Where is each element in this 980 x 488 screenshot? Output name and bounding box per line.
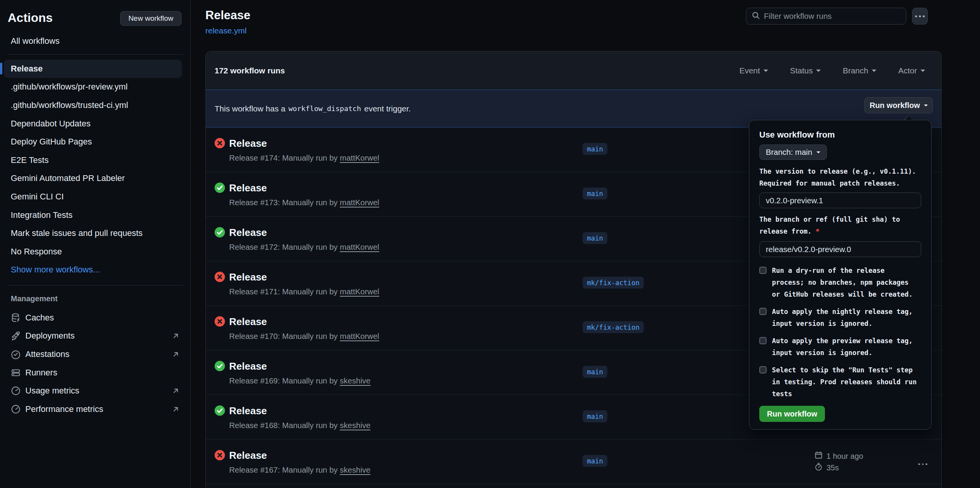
version-input[interactable] <box>759 193 921 208</box>
sidebar-workflow-item[interactable]: Integration Tests <box>0 206 191 224</box>
page-kebab-menu-button[interactable] <box>912 8 928 25</box>
sidebar-item-deployments[interactable]: Deployments <box>0 327 191 345</box>
x-circle-icon <box>215 272 225 282</box>
run-title-link[interactable]: Release <box>229 271 267 283</box>
kebab-icon <box>915 15 925 17</box>
sidebar-item-release-selected[interactable]: Release <box>0 60 191 78</box>
actor-link[interactable]: mattKorwel <box>340 242 379 251</box>
sidebar-workflow-item[interactable]: Mark stale issues and pull requests <box>0 224 191 242</box>
run-description: Release #172: Manually run by mattKorwel <box>229 242 379 252</box>
branch-badge[interactable]: main <box>583 232 607 244</box>
sidebar-title: Actions <box>8 11 53 25</box>
sidebar-item-label: Deploy GitHub Pages <box>11 137 92 147</box>
sidebar-item-label: Release <box>11 64 43 74</box>
sidebar-item-label: E2E Tests <box>11 155 49 165</box>
workflow-list: Release.github/workflows/pr-review.yml.g… <box>0 60 191 279</box>
workflow-run-row: ReleaseRelease #167: Manually run by ske… <box>206 440 941 484</box>
sidebar-divider <box>8 54 183 55</box>
actor-link[interactable]: mattKorwel <box>340 287 379 296</box>
branch-badge[interactable]: mk/fix-action <box>583 277 644 289</box>
filter-dropdown-branch[interactable]: Branch <box>843 66 876 75</box>
branch-badge[interactable]: mk/fix-action <box>583 321 644 333</box>
run-description: Release #170: Manually run by mattKorwel <box>229 332 379 341</box>
actor-link[interactable]: mattKorwel <box>340 332 379 340</box>
branch-badge[interactable]: main <box>583 188 607 199</box>
filter-dropdown-status[interactable]: Status <box>790 66 821 75</box>
checkbox[interactable] <box>759 267 767 274</box>
sidebar-workflow-item[interactable]: Gemini Automated PR Labeler <box>0 169 191 188</box>
run-kebab-menu-icon[interactable] <box>918 460 927 466</box>
gauge-icon <box>11 386 21 396</box>
checkbox[interactable] <box>759 366 767 373</box>
branch-badge[interactable]: main <box>583 455 607 467</box>
run-title-link[interactable]: Release <box>229 316 267 328</box>
sidebar-workflow-item[interactable]: No Response <box>0 242 191 261</box>
sidebar-workflow-item[interactable]: E2E Tests <box>0 151 191 169</box>
checkbox[interactable] <box>759 308 767 315</box>
dropdown-option-row[interactable]: Auto apply the preview release tag, inpu… <box>759 335 921 359</box>
filter-label: Status <box>790 66 813 75</box>
ref-input[interactable] <box>759 241 921 257</box>
dropdown-option-row[interactable]: Run a dry-run of the release process; no… <box>759 265 921 300</box>
run-workflow-dropdown-button[interactable]: Run workflow <box>864 97 933 113</box>
panel-heading: Use workflow from <box>759 130 921 140</box>
run-title-link[interactable]: Release <box>229 182 267 194</box>
sidebar-workflow-item[interactable]: .github/workflows/pr-review.yml <box>0 78 191 96</box>
sidebar-item-usage-metrics[interactable]: Usage metrics <box>0 382 191 400</box>
checkbox[interactable] <box>759 337 767 344</box>
chevron-down-icon <box>816 70 821 74</box>
actor-link[interactable]: skeshive <box>340 421 370 430</box>
run-title-link[interactable]: Release <box>229 405 267 417</box>
chevron-down-icon <box>872 70 876 74</box>
sidebar-item-caches[interactable]: Caches <box>0 309 191 327</box>
sidebar-item-all-workflows[interactable]: All workflows <box>11 36 59 46</box>
dropdown-option-row[interactable]: Select to skip the "Run Tests" step in t… <box>759 364 921 400</box>
sidebar-item-attestations[interactable]: Attestations <box>0 345 191 364</box>
sidebar-show-more-link[interactable]: Show more workflows... <box>0 261 191 279</box>
branch-badge[interactable]: main <box>583 366 607 378</box>
selected-accent-bar <box>0 63 2 75</box>
external-link-icon <box>172 332 180 340</box>
chevron-down-icon <box>921 70 925 74</box>
branch-badge[interactable]: main <box>583 410 607 422</box>
required-asterisk: * <box>816 227 820 235</box>
banner-text: This workflow has a <box>215 104 285 113</box>
sidebar-workflow-item[interactable]: .github/workflows/trusted-ci.yml <box>0 96 191 115</box>
filter-runs-input[interactable] <box>764 12 901 21</box>
runs-card-header: 172 workflow runs EventStatusBranchActor <box>206 51 941 90</box>
sidebar-workflow-item[interactable]: Dependabot Updates <box>0 115 191 133</box>
ref-input-label: The branch or ref (full git sha) to rele… <box>759 214 921 237</box>
branch-select-button[interactable]: Branch: main <box>759 144 827 160</box>
run-workflow-submit-button[interactable]: Run workflow <box>759 406 825 422</box>
filter-dropdown-actor[interactable]: Actor <box>898 66 925 75</box>
actions-sidebar: Actions New workflow All workflows Relea… <box>0 0 191 488</box>
actor-link[interactable]: mattKorwel <box>340 198 379 207</box>
new-workflow-button[interactable]: New workflow <box>120 11 182 26</box>
chevron-down-icon <box>924 105 928 108</box>
actor-link[interactable]: skeshive <box>340 376 370 385</box>
workflow-file-link[interactable]: release.yml <box>205 26 246 35</box>
run-description: Release #169: Manually run by skeshive <box>229 376 370 385</box>
filter-dropdown-event[interactable]: Event <box>739 66 768 75</box>
actor-link[interactable]: mattKorwel <box>340 153 379 162</box>
sidebar-workflow-item[interactable]: Gemini CLI CI <box>0 188 191 206</box>
dropdown-option-row[interactable]: Auto apply the nightly release tag, inpu… <box>759 306 921 330</box>
actor-link[interactable]: skeshive <box>340 465 370 474</box>
sidebar-item-runners[interactable]: Runners <box>0 364 191 382</box>
branch-badge[interactable]: main <box>583 143 607 155</box>
run-workflow-panel: Use workflow from Branch: main The versi… <box>749 120 932 430</box>
sidebar-item-label: Show more workflows... <box>11 265 100 275</box>
sidebar-workflow-item[interactable]: Deploy GitHub Pages <box>0 133 191 151</box>
run-title-link[interactable]: Release <box>229 450 267 461</box>
rocket-icon <box>11 331 21 341</box>
verified-icon <box>11 349 21 359</box>
run-title-link[interactable]: Release <box>229 227 267 239</box>
filter-runs-searchbox[interactable] <box>746 8 906 25</box>
calendar-icon <box>814 451 823 461</box>
run-title-link[interactable]: Release <box>229 360 267 372</box>
management-list: CachesDeploymentsAttestationsRunnersUsag… <box>0 309 191 418</box>
sidebar-item-performance-metrics[interactable]: Performance metrics <box>0 400 191 418</box>
banner-text: event trigger. <box>364 104 411 113</box>
run-title-link[interactable]: Release <box>229 138 267 149</box>
panel-checkbox-list: Run a dry-run of the release process; no… <box>759 265 921 400</box>
